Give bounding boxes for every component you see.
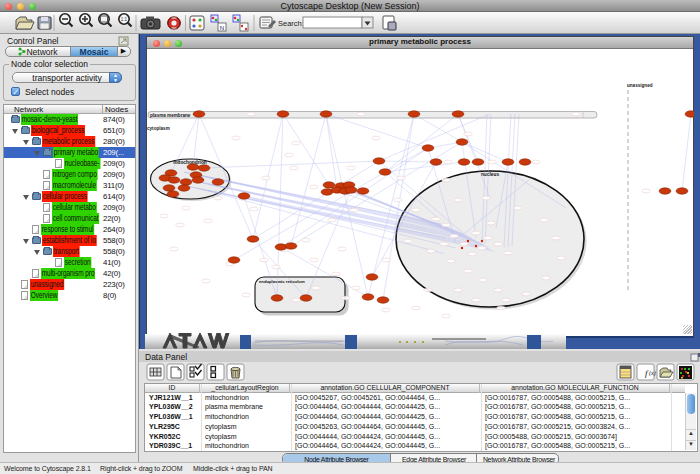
svg-text:nucleus: nucleus <box>481 172 499 177</box>
svg-text:N: N <box>220 25 224 31</box>
svg-text:plasma membrane: plasma membrane <box>150 113 191 118</box>
svg-text:Search:: Search: <box>278 19 304 28</box>
svg-text:unassigned: unassigned <box>627 83 653 88</box>
svg-text:(x): (x) <box>649 370 656 377</box>
svg-text:cytoplasm: cytoplasm <box>147 126 170 131</box>
svg-text:endoplasmic reticulum: endoplasmic reticulum <box>259 279 305 284</box>
svg-text:1:1: 1:1 <box>121 17 128 22</box>
